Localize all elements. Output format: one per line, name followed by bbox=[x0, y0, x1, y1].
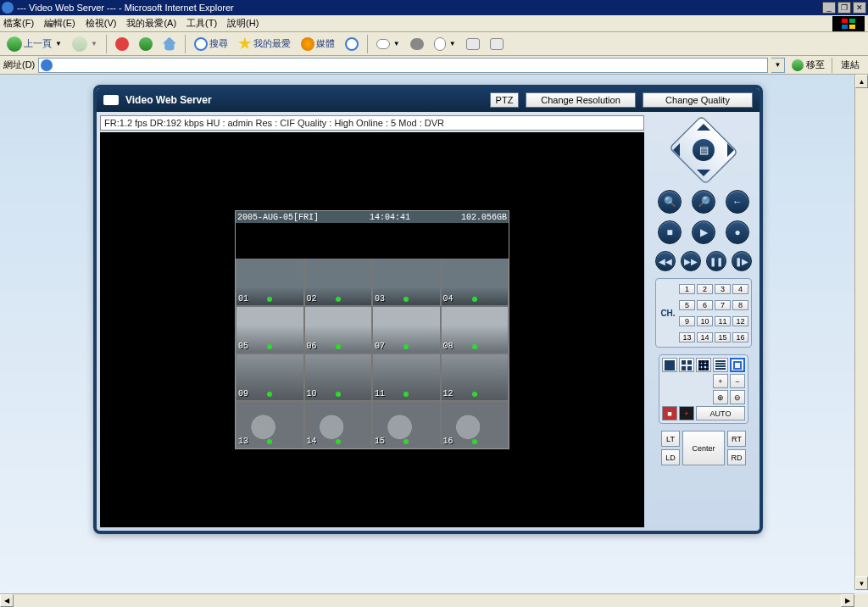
refresh-button[interactable] bbox=[136, 35, 156, 53]
camera-cell[interactable]: 04 bbox=[441, 259, 509, 306]
stop-button[interactable] bbox=[112, 35, 132, 53]
menu-view[interactable]: 檢視(V) bbox=[86, 17, 117, 30]
vertical-scrollbar[interactable]: ▲ ▼ bbox=[854, 75, 868, 590]
channel-button[interactable]: 4 bbox=[732, 284, 748, 294]
channel-button[interactable]: 9 bbox=[679, 316, 695, 326]
camera-cell[interactable]: 15 bbox=[372, 401, 441, 448]
zoom-out-button[interactable]: 🔍 bbox=[658, 190, 682, 214]
rt-button[interactable]: RT bbox=[727, 431, 746, 447]
media-button[interactable]: 媒體 bbox=[298, 35, 338, 53]
channel-button[interactable]: 10 bbox=[697, 316, 713, 326]
zoom-in-button[interactable]: 🔎 bbox=[692, 190, 715, 214]
stop-playback-button[interactable]: ■ bbox=[658, 220, 682, 244]
restore-button[interactable]: ❐ bbox=[837, 2, 851, 14]
channel-button[interactable]: 2 bbox=[697, 284, 713, 294]
fullscreen-button[interactable] bbox=[730, 358, 745, 372]
go-button[interactable]: 移至 bbox=[788, 58, 828, 71]
camera-cell[interactable]: 02 bbox=[304, 259, 373, 306]
channel-button[interactable]: 13 bbox=[679, 332, 695, 342]
camera-cell[interactable]: 06 bbox=[304, 306, 373, 354]
dpad-right[interactable] bbox=[727, 143, 741, 157]
close-button[interactable]: ✕ bbox=[853, 2, 866, 14]
scroll-up-icon[interactable]: ▲ bbox=[855, 75, 868, 88]
channel-button[interactable]: 8 bbox=[732, 300, 748, 310]
links-label[interactable]: 連結 bbox=[836, 58, 865, 71]
lt-button[interactable]: LT bbox=[661, 431, 680, 447]
camera-cell[interactable]: 09 bbox=[236, 354, 304, 401]
camera-cell[interactable]: 01 bbox=[236, 259, 304, 306]
ptz-button[interactable]: PTZ bbox=[490, 92, 519, 108]
back-button[interactable]: 上一頁 ▼ bbox=[3, 35, 65, 53]
channel-button[interactable]: 5 bbox=[679, 300, 695, 310]
record-button[interactable]: ● bbox=[726, 220, 749, 244]
step-button[interactable]: ❚▶ bbox=[732, 251, 752, 271]
camera-cell[interactable]: 12 bbox=[441, 354, 509, 401]
address-input[interactable] bbox=[38, 58, 768, 73]
edit-button[interactable]: ▼ bbox=[431, 35, 459, 53]
channel-button[interactable]: 16 bbox=[732, 332, 748, 342]
camera-cell[interactable]: 05 bbox=[236, 306, 304, 354]
center-button[interactable]: Center bbox=[682, 431, 725, 465]
fast-forward-button[interactable]: ▶▶ bbox=[681, 251, 701, 271]
menu-help[interactable]: 說明(H) bbox=[227, 17, 259, 30]
pause-button[interactable]: ❚❚ bbox=[706, 251, 726, 271]
mail-button[interactable]: ▼ bbox=[373, 35, 403, 53]
channel-button[interactable]: 14 bbox=[697, 332, 713, 342]
plusplus-button[interactable]: ⊕ bbox=[713, 390, 728, 404]
history-button[interactable] bbox=[342, 35, 362, 53]
rd-button[interactable]: RD bbox=[727, 449, 746, 465]
minimize-button[interactable]: _ bbox=[822, 2, 836, 14]
auto-button[interactable]: AUTO bbox=[696, 406, 745, 420]
camera-cell[interactable]: 14 bbox=[304, 401, 373, 448]
scroll-left-icon[interactable]: ◀ bbox=[0, 594, 14, 607]
menu-file[interactable]: 檔案(F) bbox=[3, 17, 34, 30]
camera-cell[interactable]: 16 bbox=[441, 401, 509, 448]
layout-9up-button[interactable] bbox=[696, 358, 711, 372]
channel-button[interactable]: 1 bbox=[679, 284, 695, 294]
favorites-button[interactable]: 我的最愛 bbox=[235, 35, 294, 53]
layout-1up-button[interactable] bbox=[662, 358, 677, 372]
start-rec-button[interactable]: + bbox=[679, 406, 694, 420]
scroll-right-icon[interactable]: ▶ bbox=[841, 594, 854, 607]
print-button[interactable] bbox=[407, 35, 427, 53]
plus-button[interactable]: + bbox=[713, 374, 728, 388]
camera-cell[interactable]: 03 bbox=[372, 259, 441, 306]
dpad-left[interactable] bbox=[666, 143, 680, 157]
menu-edit[interactable]: 編輯(E) bbox=[44, 17, 75, 30]
extra-button[interactable] bbox=[487, 35, 507, 53]
camera-cell[interactable]: 11 bbox=[372, 354, 441, 401]
home-button[interactable] bbox=[159, 35, 180, 53]
channel-button[interactable]: 15 bbox=[715, 332, 731, 342]
search-button[interactable]: 搜尋 bbox=[191, 35, 231, 53]
camera-cell[interactable]: 13 bbox=[236, 401, 304, 448]
menu-favorites[interactable]: 我的最愛(A) bbox=[126, 17, 176, 30]
channel-button[interactable]: 7 bbox=[715, 300, 731, 310]
menu-tools[interactable]: 工具(T) bbox=[186, 17, 217, 30]
minus-button[interactable]: − bbox=[730, 374, 745, 388]
play-button[interactable]: ▶ bbox=[692, 220, 715, 244]
discuss-button[interactable] bbox=[463, 35, 483, 53]
dpad-up[interactable] bbox=[697, 117, 710, 131]
channel-button[interactable]: 6 bbox=[697, 300, 713, 310]
return-button[interactable]: ← bbox=[726, 190, 749, 214]
layout-16up-button[interactable] bbox=[713, 358, 728, 372]
minusminus-button[interactable]: ⊖ bbox=[730, 390, 745, 404]
stop-rec-button[interactable]: ■ bbox=[662, 406, 677, 420]
camera-cell[interactable]: 10 bbox=[304, 354, 373, 401]
address-dropdown[interactable]: ▼ bbox=[771, 58, 785, 73]
rewind-button[interactable]: ◀◀ bbox=[655, 251, 676, 271]
change-quality-button[interactable]: Change Quality bbox=[643, 92, 753, 108]
channel-button[interactable]: 12 bbox=[732, 316, 748, 326]
camera-cell[interactable]: 07 bbox=[372, 306, 441, 354]
change-resolution-button[interactable]: Change Resolution bbox=[526, 92, 636, 108]
channel-button[interactable]: 11 bbox=[715, 316, 731, 326]
dpad-down[interactable] bbox=[697, 170, 710, 183]
horizontal-scrollbar[interactable]: ◀ ▶ bbox=[0, 593, 854, 607]
layout-4up-button[interactable] bbox=[679, 358, 694, 372]
ld-button[interactable]: LD bbox=[661, 449, 680, 465]
forward-button[interactable]: ▼ bbox=[69, 35, 101, 53]
dpad-center[interactable]: ▤ bbox=[693, 139, 715, 161]
channel-button[interactable]: 3 bbox=[715, 284, 731, 294]
camera-cell[interactable]: 08 bbox=[441, 306, 509, 354]
scroll-down-icon[interactable]: ▼ bbox=[855, 576, 868, 590]
